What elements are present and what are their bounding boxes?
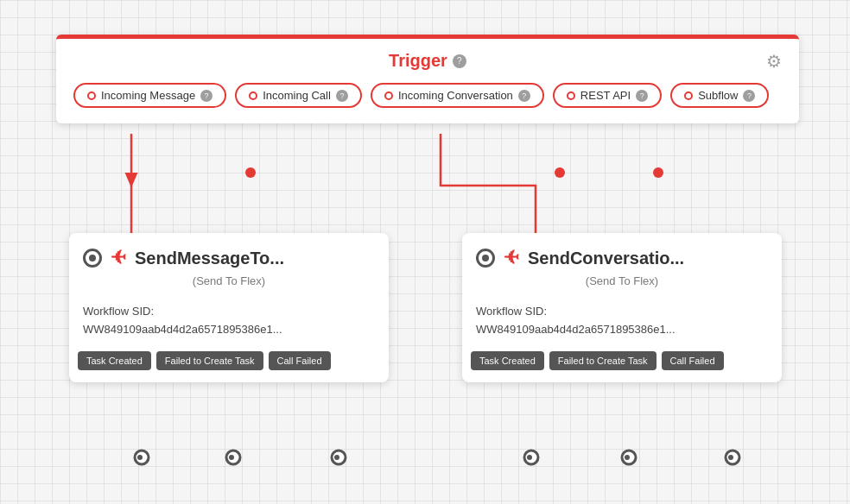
svg-point-9 <box>332 450 346 464</box>
node-radio-inner <box>89 255 96 261</box>
svg-point-2 <box>245 167 256 178</box>
svg-point-8 <box>229 455 234 460</box>
flex-logo-icon: ✈ <box>504 247 519 269</box>
task-created-button[interactable]: Task Created <box>78 351 151 370</box>
workflow-value: WW849109aab4d4d2a6571895386e1... <box>83 323 282 336</box>
svg-point-7 <box>226 450 240 464</box>
help-circle-icon: ? <box>200 90 212 102</box>
trigger-title: Trigger <box>389 51 447 71</box>
radio-dot <box>87 91 96 100</box>
radio-dot <box>249 91 257 100</box>
node-title: SendConversatio... <box>528 249 684 268</box>
node-radio <box>83 249 102 268</box>
trigger-btn-rest-api[interactable]: REST API ? <box>553 83 662 108</box>
call-failed-button[interactable]: Call Failed <box>662 351 724 370</box>
node-header: ✈ SendConversatio... <box>462 233 782 273</box>
trigger-btn-label: Incoming Message <box>101 89 195 102</box>
trigger-panel: Trigger ? ⚙ Incoming Message ? Incoming … <box>56 35 799 123</box>
svg-point-14 <box>625 455 630 460</box>
svg-point-16 <box>728 455 733 460</box>
svg-point-3 <box>555 167 565 178</box>
node-title: SendMessageTo... <box>135 249 284 268</box>
trigger-btn-incoming-message[interactable]: Incoming Message ? <box>73 83 226 108</box>
trigger-buttons-group: Incoming Message ? Incoming Call ? Incom… <box>73 83 782 108</box>
gear-icon[interactable]: ⚙ <box>766 51 782 72</box>
radio-dot <box>567 91 575 100</box>
node-body: Workflow SID: WW849109aab4d4d2a657189538… <box>462 296 782 351</box>
trigger-header: Trigger ? ⚙ <box>73 51 782 71</box>
send-message-node: ✈ SendMessageTo... (Send To Flex) Workfl… <box>69 233 389 382</box>
svg-point-5 <box>135 450 149 464</box>
trigger-btn-subflow[interactable]: Subflow ? <box>670 83 769 108</box>
workflow-value: WW849109aab4d4d2a6571895386e1... <box>476 323 676 336</box>
send-conversation-node: ✈ SendConversatio... (Send To Flex) Work… <box>462 233 782 382</box>
radio-dot <box>684 91 693 100</box>
node-subtitle: (Send To Flex) <box>69 273 389 296</box>
node-actions: Task Created Failed to Create Task Call … <box>69 351 389 382</box>
trigger-help-icon[interactable]: ? <box>453 54 466 68</box>
flex-logo-icon: ✈ <box>111 247 126 269</box>
node-header: ✈ SendMessageTo... <box>69 233 389 273</box>
help-circle-icon: ? <box>743 90 755 102</box>
svg-point-15 <box>726 450 739 464</box>
svg-point-13 <box>622 450 636 464</box>
task-created-button[interactable]: Task Created <box>471 351 544 370</box>
node-radio <box>476 249 495 268</box>
workflow-label: Workflow SID: <box>476 305 547 318</box>
help-circle-icon: ? <box>336 90 348 102</box>
trigger-btn-label: Subflow <box>698 89 738 102</box>
call-failed-button[interactable]: Call Failed <box>269 351 331 370</box>
trigger-btn-incoming-call[interactable]: Incoming Call ? <box>235 83 362 108</box>
trigger-btn-incoming-conversation[interactable]: Incoming Conversation ? <box>371 83 544 108</box>
svg-point-4 <box>653 167 663 178</box>
help-circle-icon: ? <box>636 90 648 102</box>
trigger-btn-label: Incoming Call <box>263 89 331 102</box>
radio-dot <box>384 91 393 100</box>
svg-point-6 <box>137 455 143 460</box>
workflow-label: Workflow SID: <box>83 305 154 318</box>
failed-create-task-button[interactable]: Failed to Create Task <box>549 351 657 370</box>
trigger-btn-label: REST API <box>580 89 631 102</box>
node-body: Workflow SID: WW849109aab4d4d2a657189538… <box>69 296 389 351</box>
node-subtitle: (Send To Flex) <box>462 273 782 296</box>
svg-point-10 <box>334 455 339 460</box>
node-actions: Task Created Failed to Create Task Call … <box>462 351 782 382</box>
node-radio-inner <box>482 255 489 261</box>
svg-point-12 <box>527 455 532 460</box>
svg-point-11 <box>524 450 538 464</box>
help-circle-icon: ? <box>518 90 530 102</box>
trigger-btn-label: Incoming Conversation <box>398 89 513 102</box>
failed-create-task-button[interactable]: Failed to Create Task <box>156 351 263 370</box>
